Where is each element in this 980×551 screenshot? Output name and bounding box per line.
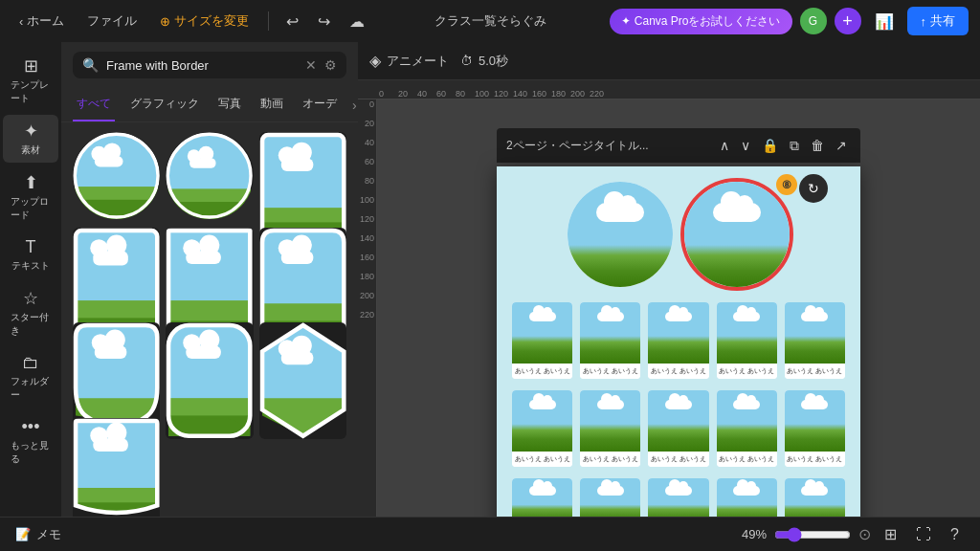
svg-point-48 [199,330,219,350]
category-arrow[interactable]: › [352,98,357,113]
small-frame-img-9 [717,390,777,452]
selected-frame-container: ⑧ ↻ [684,182,790,287]
frame-item-oval1[interactable] [73,132,160,219]
frame-item-badge1[interactable] [259,322,346,439]
grid-view-button[interactable]: ⊞ [879,523,902,545]
svg-point-34 [199,234,219,254]
app-title: クラス一覧そらぐみ [434,12,546,30]
elements-label: 素材 [21,143,40,157]
small-frame-10[interactable]: あいうえ あいうえ [785,390,845,467]
page-controls: ∧ ∨ 🔒 ⧉ 🗑 ↗ [716,136,851,156]
sidebar-item-elements[interactable]: ✦ 素材 [3,115,58,163]
search-input[interactable] [106,58,298,73]
small-frame-12[interactable] [580,478,640,517]
small-frame-8[interactable]: あいうえ あいうえ [648,390,708,467]
sidebar-item-folders[interactable]: 🗀 フォルダー [3,347,58,408]
frame-item-oval2[interactable] [166,132,253,219]
clear-icon[interactable]: ✕ [305,57,317,73]
ruler-v-mark: 160 [358,253,376,272]
canva-pro-label: Canva Proをお試しください [635,13,781,30]
elements-icon: ✦ [24,121,38,142]
small-cloud-12 [597,486,624,496]
page-lock-button[interactable]: 🔒 [758,136,782,156]
tab-audio[interactable]: オーデ [299,88,341,121]
sidebar-item-more[interactable]: ••• もっと見る [3,411,58,472]
sidebar-item-upload[interactable]: ⬆ アップロード [3,166,58,228]
sidebar-item-starred[interactable]: ☆ スター付き [3,282,58,343]
svg-point-27 [106,234,126,254]
share-icon: ↑ [921,14,927,29]
tab-photo[interactable]: 写真 [214,88,245,121]
small-frame-2[interactable]: あいうえ あいうえ [580,302,640,379]
small-frame-1[interactable]: あいうえ あいうえ [512,302,572,379]
ruler-v-mark: 120 [358,214,376,233]
help-button[interactable]: ? [945,523,965,545]
page-copy-button[interactable]: ⧉ [786,136,803,156]
small-frame-13[interactable] [648,478,708,517]
back-button[interactable]: ‹ ホーム [11,9,72,33]
small-frame-4[interactable]: あいうえ あいうえ [717,302,777,379]
redo-button[interactable]: ↪ [312,9,336,34]
zoom-slider[interactable] [774,527,851,542]
small-frame-img-1 [512,302,572,364]
small-cloud-9 [733,400,760,409]
fullscreen-button[interactable]: ⛶ [910,523,937,545]
canvas-scroll[interactable]: 2ページ・ページタイトル... ∧ ∨ 🔒 ⧉ 🗑 ↗ [377,99,980,517]
share-label: 共有 [930,12,955,30]
svg-point-33 [184,239,201,256]
svg-point-6 [103,143,121,160]
tab-video[interactable]: 動画 [256,88,287,121]
time-label: 5.0秒 [479,53,508,70]
small-frame-7[interactable]: あいうえ あいうえ [580,390,640,467]
small-frames-row-2: あいうえ あいうえ あいうえ あいうえ [512,390,845,467]
ruler-mark: 160 [530,89,549,99]
page-down-button[interactable]: ∨ [737,136,754,156]
small-frame-11[interactable] [512,478,572,517]
small-frame-3[interactable]: あいうえ あいうえ [648,302,708,379]
sidebar-item-text[interactable]: T テキスト [3,231,58,278]
refresh-button[interactable]: ↻ [799,174,828,203]
animate-button[interactable]: ◈ アニメート [369,52,449,70]
resize-icon: ⊕ [160,14,170,29]
resize-button[interactable]: ⊕ サイズを変更 [152,9,256,33]
filter-icon[interactable]: ⚙ [324,57,337,73]
time-button[interactable]: ⏱ 5.0秒 [460,53,508,70]
secondary-toolbar: ◈ アニメート ⏱ 5.0秒 [358,42,980,80]
small-frame-9[interactable]: あいうえ あいうえ [717,390,777,467]
page-title-text: 2ページ・ページタイトル... [506,138,649,154]
page-share-button[interactable]: ↗ [832,136,851,156]
tab-all[interactable]: すべて [73,88,115,121]
page-delete-button[interactable]: 🗑 [807,136,828,156]
frame-landscape-2 [684,182,790,287]
frame-caption-7: あいうえ あいうえ [580,452,640,467]
canva-pro-button[interactable]: ✦ Canva Proをお試しください [610,9,792,34]
small-frame-15[interactable] [785,478,845,517]
avatar[interactable]: G [800,8,827,34]
sidebar-item-templates[interactable]: ⊞ テンプレート [3,50,58,111]
small-frame-6[interactable]: あいうえ あいうえ [512,390,572,467]
oval-frame-1[interactable] [568,182,673,287]
share-button[interactable]: ↑ 共有 [907,7,969,35]
frame-caption-5: あいうえ あいうえ [785,364,845,379]
memo-button[interactable]: 📝 メモ [15,526,61,543]
small-cloud-10 [801,400,828,409]
plus-button[interactable]: + [835,8,861,34]
frame-item-notch1[interactable] [73,418,160,518]
oval-frame-selected[interactable] [684,182,790,287]
chart-button[interactable]: 📊 [869,9,900,34]
page-panel[interactable]: ⑧ ↻ あいうえ あ [497,166,860,517]
frame-item-rounded1[interactable] [166,322,253,439]
cloud-save-button[interactable]: ☁ [344,9,370,34]
tab-graphic[interactable]: グラフィック [126,88,203,121]
small-frame-img-5 [785,302,845,364]
small-frame-img-11 [512,478,572,517]
small-frame-5[interactable]: あいうえ あいうえ [785,302,845,379]
undo-button[interactable]: ↩ [280,9,304,34]
svg-point-47 [184,334,201,351]
page-up-button[interactable]: ∧ [716,136,733,156]
ruler-mark: 220 [588,89,607,99]
small-frame-14[interactable] [717,478,777,517]
file-button[interactable]: ファイル [79,9,145,33]
small-frame-img-3 [648,302,708,364]
small-frame-img-14 [717,478,777,517]
